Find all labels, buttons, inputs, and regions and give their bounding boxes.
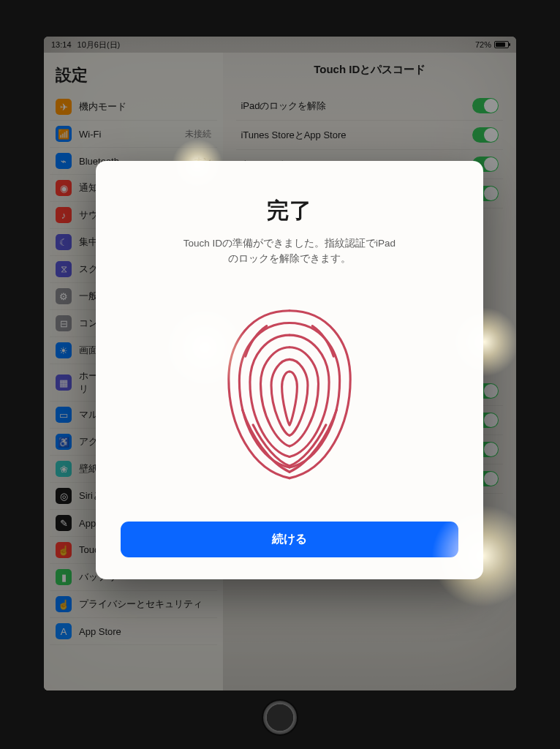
sidebar-item-icon: ◉ xyxy=(56,180,72,196)
screen: 13:14 10月6日(日) 72% 設定 ✈機内モード📶Wi-Fi未接続⌁Bl… xyxy=(44,37,516,690)
device-frame: 13:14 10月6日(日) 72% 設定 ✈機内モード📶Wi-Fi未接続⌁Bl… xyxy=(0,0,560,749)
sidebar-item-icon: ▦ xyxy=(56,374,72,391)
fingerprint-graphic-container xyxy=(121,274,458,507)
sidebar-item-icon: ⊟ xyxy=(56,315,72,331)
sidebar-item-icon: A xyxy=(56,623,72,639)
sidebar-item-icon: ♿ xyxy=(56,434,72,450)
sidebar-item[interactable]: ☝プライバシーとセキュリティ xyxy=(50,591,217,618)
home-button[interactable] xyxy=(262,699,298,736)
sidebar-item-icon: ⧖ xyxy=(56,261,72,277)
sidebar-item-icon: ⌁ xyxy=(56,153,72,169)
detail-row[interactable]: iPadのロックを解除 xyxy=(236,91,503,121)
status-time: 13:14 xyxy=(51,40,72,49)
sidebar-item-label: Wi-Fi xyxy=(79,129,101,140)
status-date: 10月6日(日) xyxy=(77,39,121,50)
battery-percent: 72% xyxy=(475,40,491,49)
fingerprint-icon xyxy=(213,296,366,486)
detail-row[interactable]: iTunes StoreとApp Store xyxy=(236,121,503,150)
battery-icon xyxy=(494,41,509,48)
sidebar-item-icon: ☝ xyxy=(56,542,72,558)
sidebar-item-icon: ◎ xyxy=(56,488,72,504)
sidebar-item-label: App Store xyxy=(79,626,121,637)
sidebar-item-label: 機内モード xyxy=(79,100,126,113)
sidebar-item-icon: ☀ xyxy=(56,342,72,358)
modal-title: 完了 xyxy=(121,196,458,226)
sidebar-item-icon: ✈ xyxy=(56,99,72,115)
battery-indicator: 72% xyxy=(475,40,509,49)
modal-subtitle: Touch IDの準備ができました。指紋認証でiPadのロックを解除できます。 xyxy=(180,236,399,267)
sidebar-item-value: 未接続 xyxy=(185,128,211,140)
sidebar-item-icon: ☝ xyxy=(56,596,72,612)
sidebar-item-icon: ⚙ xyxy=(56,288,72,304)
sidebar-item-label: プライバシーとセキュリティ xyxy=(79,598,203,611)
sidebar-item[interactable]: 📶Wi-Fi未接続 xyxy=(50,121,217,148)
sidebar-item-icon: ✎ xyxy=(56,515,72,531)
continue-button[interactable]: 続ける xyxy=(121,522,458,557)
sidebar-item-icon: ❀ xyxy=(56,461,72,477)
sidebar-item-icon: ▮ xyxy=(56,569,72,585)
sidebar-item-icon: 📶 xyxy=(56,126,72,142)
toggle-switch[interactable] xyxy=(472,98,499,113)
status-bar: 13:14 10月6日(日) 72% xyxy=(44,37,516,53)
detail-row-label: iTunes StoreとApp Store xyxy=(241,129,346,142)
sidebar-item-icon: ☾ xyxy=(56,234,72,250)
sidebar-item[interactable]: AApp Store xyxy=(50,618,217,645)
sidebar-item-icon: ♪ xyxy=(56,207,72,223)
touchid-complete-modal: 完了 Touch IDの準備ができました。指紋認証でiPadのロックを解除できま… xyxy=(96,161,483,579)
detail-row-label: iPadのロックを解除 xyxy=(241,99,326,113)
sidebar-item[interactable]: ✈機内モード xyxy=(50,94,217,121)
toggle-switch[interactable] xyxy=(472,127,499,143)
sidebar-item-icon: ▭ xyxy=(56,407,72,423)
settings-title: 設定 xyxy=(50,61,217,94)
detail-title: Touch IDとパスコード xyxy=(236,63,503,77)
